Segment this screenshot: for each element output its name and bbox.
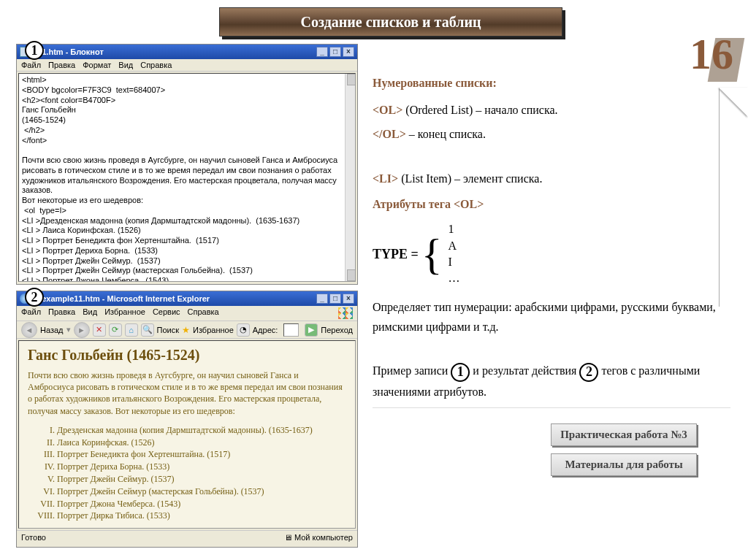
list-item: Портрет Джона Чемберса. (1543) bbox=[57, 498, 346, 510]
badge-two: 2 bbox=[25, 288, 44, 307]
back-button[interactable]: ◄ bbox=[21, 322, 37, 338]
ol-close-desc: – конец списка. bbox=[409, 128, 486, 140]
ol-open-tag: <OL> bbox=[373, 104, 402, 116]
ie-toolbar: ◄ Назад ▾ ► ✕ ⟳ ⌂ 🔍 Поиск ★ Избранное ◔ … bbox=[17, 321, 357, 339]
menu-help[interactable]: Справка bbox=[140, 61, 172, 69]
list-item: Лаиса Коринфская. (1526) bbox=[57, 437, 346, 449]
action-buttons: Практическая работа №3 Материалы для раб… bbox=[551, 423, 697, 483]
badge-one: 1 bbox=[25, 41, 44, 60]
close-button[interactable]: × bbox=[343, 47, 354, 57]
favorites-icon[interactable]: ★ bbox=[182, 325, 190, 335]
rendered-paragraph: Почти всю свою жизнь проведя в Аугсбурге… bbox=[28, 369, 346, 417]
status-zone: Мой компьютер bbox=[294, 533, 353, 542]
example-line: Пример записи 1 и результат действия 2 т… bbox=[373, 361, 730, 402]
menu-format[interactable]: Формат bbox=[83, 61, 111, 69]
materials-button[interactable]: Материалы для работы bbox=[551, 453, 697, 476]
minimize-button[interactable]: _ bbox=[316, 47, 328, 57]
maximize-button[interactable]: □ bbox=[329, 294, 341, 304]
menu-edit[interactable]: Правка bbox=[48, 61, 75, 69]
slide-title: Создание списков и таблиц bbox=[219, 7, 562, 37]
notepad-menubar: Файл Правка Формат Вид Справка bbox=[17, 59, 357, 72]
type-figure: TYPE = { 1 A I … bbox=[373, 221, 730, 287]
address-input[interactable] bbox=[283, 323, 299, 337]
page-number: 16 bbox=[690, 29, 733, 80]
list-item: Портрет Дирка Тибиса. (1533) bbox=[57, 510, 346, 522]
brace-icon: { bbox=[421, 234, 443, 274]
favorites-label: Избранное bbox=[193, 326, 234, 334]
search-label: Поиск bbox=[157, 326, 179, 334]
ol-close-tag: </OL> bbox=[373, 128, 406, 140]
defines-text: Определяет тип нумерации: арабскими цифр… bbox=[373, 297, 730, 337]
rendered-title: Ганс Гольбейн (1465-1524) bbox=[28, 347, 346, 364]
ie-title-text: le\example11.htm - Microsoft Internet Ex… bbox=[33, 294, 210, 303]
section-header: Нумерованные списки: bbox=[373, 73, 730, 93]
ie-statusbar: Готово 🖥 Мой компьютер bbox=[17, 530, 357, 543]
menu-edit[interactable]: Правка bbox=[48, 307, 75, 319]
status-ready: Готово bbox=[21, 533, 46, 542]
example-mid: и результат действия bbox=[473, 364, 579, 377]
example-before: Пример записи bbox=[373, 364, 451, 377]
explanation-pane: Нумерованные списки: <OL> (Ordered List)… bbox=[373, 73, 730, 418]
ie-page-body: Ганс Гольбейн (1465-1524) Почти всю свою… bbox=[18, 340, 356, 529]
maximize-button[interactable]: □ bbox=[329, 47, 341, 57]
type-option: I bbox=[449, 254, 460, 270]
media-button[interactable]: ◔ bbox=[237, 323, 250, 337]
inline-badge-two: 2 bbox=[579, 363, 598, 382]
home-button[interactable]: ⌂ bbox=[125, 323, 138, 337]
stop-button[interactable]: ✕ bbox=[93, 323, 106, 337]
li-desc: (List Item) – элемент списка. bbox=[401, 172, 542, 185]
refresh-button[interactable]: ⟳ bbox=[109, 323, 122, 337]
menu-view[interactable]: Вид bbox=[83, 307, 97, 319]
go-button[interactable]: ▶ bbox=[305, 323, 318, 337]
ie-menubar: Файл Правка Вид Избранное Сервис Справка bbox=[17, 306, 357, 321]
minimize-button[interactable]: _ bbox=[316, 294, 328, 304]
address-label: Адрес: bbox=[253, 326, 278, 334]
li-tag: <LI> bbox=[373, 172, 398, 185]
type-lhs: TYPE = bbox=[373, 243, 419, 266]
list-item: Портрет Джейн Сеймур. (1537) bbox=[57, 473, 346, 486]
scrollbar[interactable] bbox=[345, 74, 355, 281]
separator-line bbox=[373, 407, 730, 408]
notepad-window: e11.htm - Блокнот _ □ × Файл Правка Форм… bbox=[16, 44, 358, 285]
list-item: Портрет Дериха Борна. (1533) bbox=[57, 461, 346, 473]
menu-tools[interactable]: Сервис bbox=[153, 307, 180, 319]
list-item: Портрет Бенедикта фон Хертенштайна. (151… bbox=[57, 448, 346, 461]
attr-header: Атрибуты тега <OL> bbox=[373, 194, 730, 214]
my-computer-icon: 🖥 bbox=[284, 533, 294, 542]
menu-favorites[interactable]: Избранное bbox=[104, 307, 145, 319]
list-item: Портрет Джейн Сеймур (мастерская Гольбей… bbox=[57, 486, 346, 498]
type-option: A bbox=[449, 238, 460, 254]
menu-view[interactable]: Вид bbox=[118, 61, 133, 69]
search-button[interactable]: 🔍 bbox=[141, 323, 154, 337]
notepad-code: <html> <BODY bgcolor=F7F3C9 text=684007>… bbox=[22, 75, 340, 282]
back-label: Назад bbox=[40, 326, 64, 334]
list-item: Дрезденская мадонна (копия Дармштадтской… bbox=[57, 424, 346, 437]
notepad-titlebar[interactable]: e11.htm - Блокнот _ □ × bbox=[17, 45, 357, 59]
menu-file[interactable]: Файл bbox=[21, 307, 41, 319]
ol-open-desc: (Ordered List) – начало списка. bbox=[405, 104, 557, 116]
type-option: … bbox=[449, 270, 460, 286]
ie-titlebar[interactable]: le\example11.htm - Microsoft Internet Ex… bbox=[17, 291, 357, 306]
practice-button[interactable]: Практическая работа №3 bbox=[551, 423, 697, 446]
type-option: 1 bbox=[449, 221, 460, 237]
forward-button[interactable]: ► bbox=[74, 322, 90, 338]
go-label: Переход bbox=[321, 326, 353, 334]
notepad-content[interactable]: <html> <BODY bgcolor=F7F3C9 text=684007>… bbox=[18, 73, 356, 282]
ie-window: le\example11.htm - Microsoft Internet Ex… bbox=[16, 291, 358, 548]
inline-badge-one: 1 bbox=[451, 363, 470, 382]
menu-file[interactable]: Файл bbox=[21, 61, 41, 69]
menu-help[interactable]: Справка bbox=[188, 307, 219, 319]
windows-logo-icon bbox=[338, 307, 353, 319]
close-button[interactable]: × bbox=[343, 294, 354, 304]
rendered-list: Дрезденская мадонна (копия Дармштадтской… bbox=[57, 424, 346, 522]
